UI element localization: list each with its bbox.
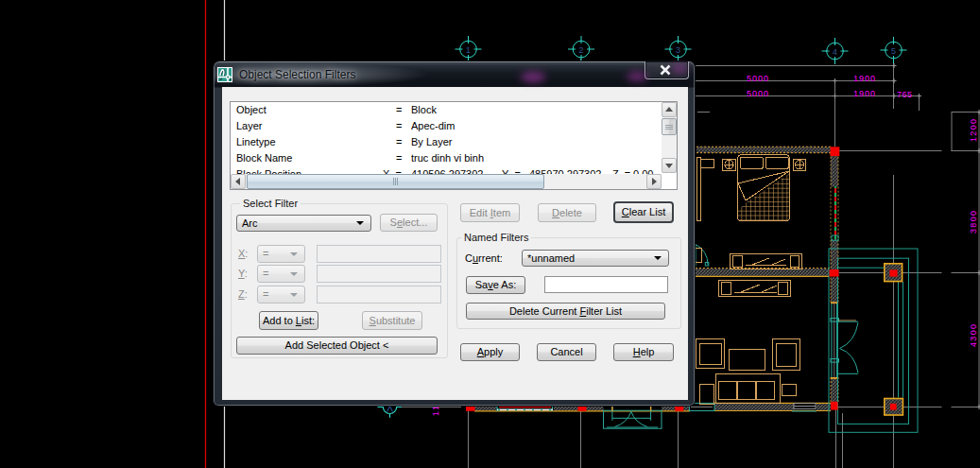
svg-text:4300: 4300: [969, 324, 978, 347]
svg-text:1900: 1900: [853, 74, 875, 83]
svg-text:4: 4: [833, 46, 837, 57]
svg-text:11: 11: [431, 406, 440, 416]
svg-text:5: 5: [891, 45, 896, 56]
svg-text:2: 2: [578, 44, 583, 55]
svg-text:3800: 3800: [969, 211, 978, 234]
svg-text:765: 765: [897, 90, 912, 99]
svg-text:3: 3: [676, 44, 680, 55]
svg-text:1200: 1200: [969, 119, 978, 142]
svg-text:5000: 5000: [747, 74, 768, 83]
svg-text:1: 1: [466, 44, 471, 55]
svg-text:5000: 5000: [747, 89, 768, 98]
svg-text:1900: 1900: [853, 89, 875, 98]
